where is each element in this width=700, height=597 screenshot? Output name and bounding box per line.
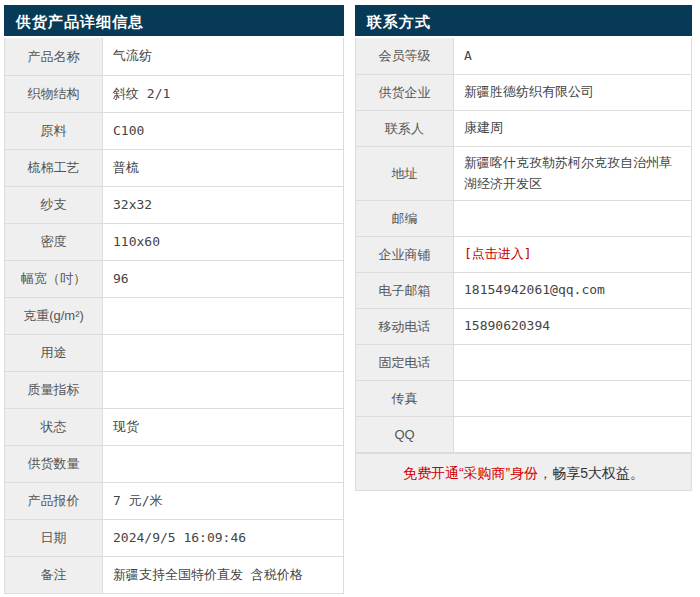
- row-value: [454, 417, 691, 452]
- row-value: A: [454, 38, 691, 74]
- table-row: 联系人 康建周: [356, 110, 691, 146]
- row-label: 供货数量: [5, 446, 103, 482]
- table-row: 邮编: [356, 200, 691, 236]
- shop-enter-link[interactable]: [点击进入]: [454, 237, 691, 272]
- row-value: [103, 298, 343, 334]
- row-label: 密度: [5, 224, 103, 260]
- row-label: 会员等级: [356, 38, 454, 74]
- row-value: [454, 381, 691, 416]
- table-row: 产品报价 7 元/米: [5, 482, 343, 519]
- row-label: 克重(g/m²): [5, 298, 103, 334]
- product-details-panel: 供货产品详细信息 产品名称 气流纺 织物结构 斜纹 2/1 原料 C100 梳棉…: [4, 5, 344, 594]
- table-row: 供货数量: [5, 445, 343, 482]
- row-value: 现货: [103, 409, 343, 445]
- row-value: 气流纺: [103, 38, 343, 75]
- row-value: 15890620394: [454, 309, 691, 344]
- table-row: 日期 2024/9/5 16:09:46: [5, 519, 343, 556]
- row-label: 企业商铺: [356, 237, 454, 272]
- row-label: 用途: [5, 335, 103, 371]
- row-value: 斜纹 2/1: [103, 76, 343, 112]
- table-row: 企业商铺 [点击进入]: [356, 236, 691, 272]
- product-details-title: 供货产品详细信息: [4, 5, 344, 38]
- table-row: 状态 现货: [5, 408, 343, 445]
- table-row: 幅宽（吋） 96: [5, 260, 343, 297]
- row-label: 织物结构: [5, 76, 103, 112]
- row-label: QQ: [356, 417, 454, 452]
- contact-table: 会员等级 A 供货企业 新疆胜德纺织有限公司 联系人 康建周 地址 新疆喀什克孜…: [355, 38, 692, 453]
- row-value: [454, 345, 691, 380]
- row-label: 备注: [5, 557, 103, 593]
- table-row: 质量指标: [5, 371, 343, 408]
- row-value: 96: [103, 261, 343, 297]
- table-row: 固定电话: [356, 344, 691, 380]
- table-row: 纱支 32x32: [5, 186, 343, 223]
- row-label: 状态: [5, 409, 103, 445]
- row-label: 邮编: [356, 201, 454, 236]
- row-value: 7 元/米: [103, 483, 343, 519]
- table-row: 原料 C100: [5, 112, 343, 149]
- row-value: 110x60: [103, 224, 343, 260]
- row-label: 原料: [5, 113, 103, 149]
- row-value: 普梳: [103, 150, 343, 186]
- row-label: 质量指标: [5, 372, 103, 408]
- row-value: 新疆支持全国特价直发 含税价格: [103, 557, 343, 593]
- row-value: [454, 201, 691, 236]
- row-label: 幅宽（吋）: [5, 261, 103, 297]
- table-row: 密度 110x60: [5, 223, 343, 260]
- table-row: 会员等级 A: [356, 38, 691, 74]
- table-row: 织物结构 斜纹 2/1: [5, 75, 343, 112]
- table-row: 用途: [5, 334, 343, 371]
- table-row: 电子邮箱 18154942061@qq.com: [356, 272, 691, 308]
- row-value: 新疆胜德纺织有限公司: [454, 75, 691, 110]
- row-label: 日期: [5, 520, 103, 556]
- contact-panel: 联系方式 会员等级 A 供货企业 新疆胜德纺织有限公司 联系人 康建周 地址 新…: [355, 5, 692, 491]
- row-label: 梳棉工艺: [5, 150, 103, 186]
- row-label: 产品报价: [5, 483, 103, 519]
- row-value: 2024/9/5 16:09:46: [103, 520, 343, 556]
- table-row: 产品名称 气流纺: [5, 38, 343, 75]
- row-label: 固定电话: [356, 345, 454, 380]
- row-label: 供货企业: [356, 75, 454, 110]
- row-value: [103, 446, 343, 482]
- buyer-promo-banner: 免费开通“采购商”身份，畅享5大权益。: [355, 453, 692, 491]
- promo-benefits-text: 畅享5大权益。: [552, 465, 644, 481]
- table-row: 移动电话 15890620394: [356, 308, 691, 344]
- row-value: 新疆喀什克孜勒苏柯尔克孜自治州草湖经济开发区: [454, 147, 691, 200]
- promo-signup-link[interactable]: 免费开通“采购商”身份，: [403, 465, 552, 481]
- row-label: 产品名称: [5, 38, 103, 75]
- table-row: 传真: [356, 380, 691, 416]
- row-value: 32x32: [103, 187, 343, 223]
- row-label: 移动电话: [356, 309, 454, 344]
- row-label: 纱支: [5, 187, 103, 223]
- table-row: 梳棉工艺 普梳: [5, 149, 343, 186]
- row-label: 地址: [356, 147, 454, 200]
- table-row: 克重(g/m²): [5, 297, 343, 334]
- row-label: 传真: [356, 381, 454, 416]
- row-label: 电子邮箱: [356, 273, 454, 308]
- table-row: 备注 新疆支持全国特价直发 含税价格: [5, 556, 343, 593]
- row-value: 康建周: [454, 111, 691, 146]
- row-value: 18154942061@qq.com: [454, 273, 691, 308]
- contact-title: 联系方式: [355, 5, 692, 38]
- table-row: 供货企业 新疆胜德纺织有限公司: [356, 74, 691, 110]
- row-value: C100: [103, 113, 343, 149]
- row-value: [103, 335, 343, 371]
- product-details-table: 产品名称 气流纺 织物结构 斜纹 2/1 原料 C100 梳棉工艺 普梳 纱支 …: [4, 38, 344, 594]
- row-value: [103, 372, 343, 408]
- table-row: 地址 新疆喀什克孜勒苏柯尔克孜自治州草湖经济开发区: [356, 146, 691, 200]
- table-row: QQ: [356, 416, 691, 452]
- row-label: 联系人: [356, 111, 454, 146]
